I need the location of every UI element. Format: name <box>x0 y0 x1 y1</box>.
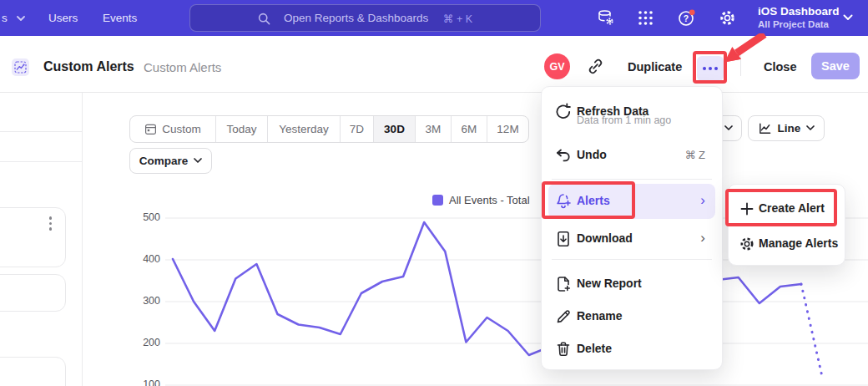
nav-item-truncated[interactable]: s <box>2 12 25 24</box>
header-divider <box>740 51 741 76</box>
sidebar-card[interactable] <box>0 274 66 312</box>
menu-divider <box>552 179 712 180</box>
menu-item-label: Delete <box>577 342 612 355</box>
menu-item-label: Undo <box>577 148 607 161</box>
close-button[interactable]: Close <box>764 60 797 74</box>
date-range-12m[interactable]: 12M <box>487 116 528 142</box>
chevron-down-icon <box>724 125 733 131</box>
chevron-down-icon <box>806 125 815 131</box>
date-range-30d-selected[interactable]: 30D <box>374 116 416 142</box>
nav-item-truncated-label: s <box>2 12 8 24</box>
submenu-item-manage-alerts[interactable]: Manage Alerts <box>734 227 840 261</box>
date-range-7d[interactable]: 7D <box>341 116 374 142</box>
settings-gear-icon[interactable] <box>718 8 737 28</box>
sidebar-card[interactable] <box>0 207 66 267</box>
trash-icon <box>554 340 573 358</box>
date-range-today[interactable]: Today <box>216 116 268 142</box>
sidebar-divider <box>82 92 83 386</box>
compare-button[interactable]: Compare <box>129 148 212 174</box>
menu-item-label: Alerts <box>577 194 610 207</box>
date-range-label: Yesterday <box>279 123 329 135</box>
save-button[interactable]: Save <box>811 53 860 79</box>
menu-item-new-report[interactable]: New Report <box>548 267 715 301</box>
svg-text:?: ? <box>684 13 689 23</box>
legend-label: All Events - Total <box>449 194 530 206</box>
chart-type-label: Line <box>778 122 801 135</box>
chart-type-button[interactable]: Line <box>748 115 825 141</box>
top-nav: s Users Events Open Reports & Dashboards… <box>0 0 868 36</box>
menu-item-alerts[interactable]: Alerts › <box>548 184 715 219</box>
date-range-label: Custom <box>162 123 201 135</box>
menu-item-label: New Report <box>577 277 642 290</box>
calendar-icon <box>144 123 157 135</box>
page-title: Custom Alerts <box>43 59 134 74</box>
date-range-label: 30D <box>384 123 405 135</box>
menu-item-label: Download <box>577 231 633 245</box>
more-options-menu: Refresh Data Data from 1 min ago Undo ⌘ … <box>541 86 723 370</box>
breadcrumb: Custom Alerts <box>144 60 221 74</box>
new-report-icon <box>554 275 573 293</box>
compare-label: Compare <box>139 155 189 167</box>
report-icon <box>12 58 29 76</box>
y-tick-label: 100 <box>127 378 160 386</box>
date-range-control: Custom Today Yesterday 7D 30D 3M 6M 12M <box>129 115 529 143</box>
date-range-6m[interactable]: 6M <box>452 116 487 142</box>
date-range-label: 12M <box>497 123 518 135</box>
date-range-yesterday[interactable]: Yesterday <box>268 116 341 142</box>
gear-icon <box>739 236 755 252</box>
duplicate-button[interactable]: Duplicate <box>628 60 682 74</box>
menu-item-download[interactable]: Download › <box>548 222 715 256</box>
chevron-down-icon <box>17 16 25 22</box>
submenu-item-label: Manage Alerts <box>759 236 838 250</box>
y-tick-label: 300 <box>127 295 160 307</box>
share-link-icon[interactable] <box>587 58 604 75</box>
y-tick-label: 400 <box>127 253 160 265</box>
menu-item-rename[interactable]: Rename <box>548 300 715 333</box>
undo-icon <box>554 146 573 165</box>
data-management-icon[interactable] <box>596 8 615 28</box>
chevron-right-icon: › <box>700 191 705 210</box>
project-selector-scope: All Project Data <box>758 19 829 29</box>
apps-grid-icon[interactable] <box>636 8 655 28</box>
search-placeholder: Open Reports & Dashboards <box>284 12 428 24</box>
date-range-label: 3M <box>426 123 442 135</box>
submenu-item-label: Create Alert <box>759 201 825 215</box>
date-range-custom[interactable]: Custom <box>130 116 216 142</box>
legend-swatch <box>432 195 443 206</box>
nav-item-users[interactable]: Users <box>48 12 78 24</box>
chevron-down-icon <box>194 158 202 164</box>
project-selector-name[interactable]: iOS Dashboard <box>758 5 840 18</box>
search-shortcut: ⌘ + K <box>443 13 472 25</box>
menu-item-delete[interactable]: Delete <box>548 333 715 366</box>
kebab-menu-icon[interactable] <box>49 216 53 231</box>
avatar[interactable]: GV <box>544 53 570 79</box>
plus-icon <box>739 201 755 217</box>
download-icon <box>554 230 573 248</box>
sidebar-row-divider <box>0 161 82 162</box>
date-range-label: 6M <box>462 123 477 135</box>
report-header: Custom Alerts Custom Alerts GV Duplicate… <box>0 36 868 93</box>
notification-dot <box>689 9 695 15</box>
menu-item-undo[interactable]: Undo ⌘ Z <box>548 139 715 172</box>
more-options-button[interactable] <box>697 56 724 81</box>
pencil-icon <box>554 307 573 326</box>
menu-divider <box>552 259 712 260</box>
chart-legend[interactable]: All Events - Total <box>432 194 530 206</box>
refresh-icon <box>554 103 573 121</box>
sidebar-card[interactable] <box>0 357 66 386</box>
date-range-label: Today <box>226 123 256 135</box>
help-icon[interactable]: ? <box>677 8 696 28</box>
submenu-item-create-alert[interactable]: Create Alert <box>734 192 840 226</box>
chevron-right-icon: › <box>700 229 705 247</box>
chevron-down-icon[interactable] <box>843 14 853 21</box>
date-range-label: 7D <box>350 123 364 135</box>
sidebar-row-divider <box>0 131 82 132</box>
date-range-3m[interactable]: 3M <box>416 116 452 142</box>
chart-line-dotted <box>801 284 822 377</box>
global-search[interactable]: Open Reports & Dashboards ⌘ + K <box>189 4 541 32</box>
menu-item-label: Rename <box>577 309 622 323</box>
nav-item-events[interactable]: Events <box>103 12 137 24</box>
undo-shortcut: ⌘ Z <box>684 149 705 161</box>
bell-plus-icon <box>554 192 573 211</box>
search-icon <box>257 12 271 26</box>
